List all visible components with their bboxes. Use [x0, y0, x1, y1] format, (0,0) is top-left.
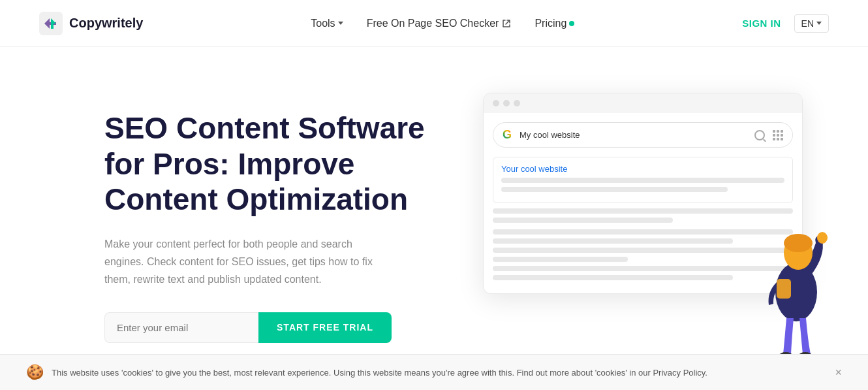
result-line — [493, 238, 733, 244]
hero-illustration: G My cool website Your cool website — [457, 80, 829, 361]
svg-point-3 — [784, 234, 813, 252]
nav-pricing[interactable]: Pricing — [535, 18, 574, 29]
header-right: SIGN IN EN — [742, 14, 829, 33]
cookie-left: 🍪 This website uses 'cookies' to give yo… — [26, 364, 707, 381]
result-line — [493, 208, 793, 214]
search-result-block: Your cool website — [493, 157, 793, 203]
external-link-icon — [502, 19, 511, 28]
logo[interactable]: Copywritely — [39, 12, 143, 35]
hero-left: SEO Content Software for Pros: Improve C… — [104, 97, 431, 342]
result-line — [501, 187, 728, 192]
browser-content: G My cool website Your cool website — [484, 113, 802, 293]
cta-row: START FREE TRIAL — [104, 312, 392, 343]
sign-in-button[interactable]: SIGN IN — [742, 18, 781, 29]
lang-chevron-icon — [816, 22, 822, 25]
search-icon — [754, 130, 765, 140]
logo-icon — [39, 12, 63, 35]
result-line — [493, 257, 628, 262]
result-line — [493, 229, 793, 235]
google-logo: G — [503, 128, 512, 142]
start-trial-button[interactable]: START FREE TRIAL — [258, 312, 392, 343]
character-illustration — [757, 178, 835, 361]
grid-icon — [773, 130, 783, 140]
browser-dot-1 — [493, 100, 499, 106]
browser-dot-2 — [503, 100, 510, 106]
result-line — [493, 275, 733, 280]
main-nav: Tools Free On Page SEO Checker Pricing — [311, 18, 574, 29]
browser-mockup: G My cool website Your cool website — [483, 93, 803, 294]
svg-rect-7 — [777, 279, 791, 299]
tools-chevron-icon — [338, 22, 343, 25]
email-input[interactable] — [104, 312, 258, 343]
hero-description: Make your content perfect for both peopl… — [104, 235, 379, 289]
hero-title: SEO Content Software for Pros: Improve C… — [104, 110, 431, 217]
cookie-close-button[interactable]: × — [835, 366, 842, 378]
cookie-message: This website uses 'cookies' to give you … — [52, 368, 707, 378]
search-query: My cool website — [519, 130, 747, 140]
browser-dot-3 — [514, 100, 520, 106]
svg-point-4 — [817, 232, 828, 244]
cookie-bar: 🍪 This website uses 'cookies' to give yo… — [0, 354, 868, 390]
google-search-bar: G My cool website — [493, 122, 793, 148]
language-selector[interactable]: EN — [794, 14, 829, 33]
nav-tools[interactable]: Tools — [311, 18, 343, 29]
cookie-icon: 🍪 — [26, 364, 44, 381]
result-line — [501, 178, 784, 183]
result-title: Your cool website — [501, 164, 784, 174]
brand-name: Copywritely — [69, 16, 143, 31]
result-line — [493, 248, 793, 253]
pricing-dot-icon — [569, 21, 574, 26]
result-line — [493, 266, 793, 271]
browser-topbar — [484, 93, 802, 113]
result-line — [493, 218, 673, 223]
nav-seo-checker[interactable]: Free On Page SEO Checker — [367, 18, 512, 29]
